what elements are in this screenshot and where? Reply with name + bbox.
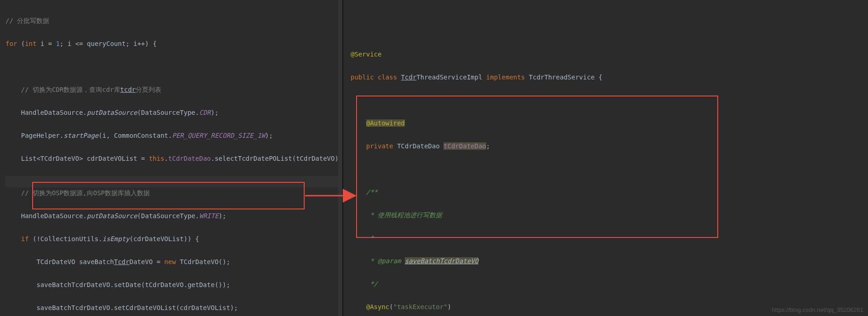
right-code-pane[interactable]: @Service public class TcdrThreadServiceI…: [342, 0, 868, 316]
blank-line: [351, 95, 868, 106]
code-line: // 切换为CDR数据源，查询cdr库tcdr分页列表: [6, 84, 342, 96]
code-line: saveBatchTcdrDateVO.setDate(tCdrDateVO.g…: [6, 279, 342, 291]
splitter[interactable]: [338, 0, 342, 316]
code-line: HandleDataSource.putDataSource(DataSourc…: [6, 210, 342, 222]
code-line: PageHelper.startPage(i, CommonConstant.P…: [6, 130, 342, 141]
blank-line: [6, 61, 342, 73]
watermark: https://blog.csdn.net/qq_35206261: [772, 306, 864, 313]
code-line: * @param saveBatchTcdrDateVO: [351, 255, 868, 267]
code-line: @Service: [351, 49, 868, 60]
comment: // 分批写数据: [6, 17, 49, 24]
code-line: // 切换为OSP数据源,向OSP数据库插入数据: [6, 187, 342, 199]
code-line: public class TcdrThreadServiceImpl imple…: [351, 72, 868, 83]
code-line: *: [351, 232, 868, 244]
code-line: private TCdrDateDao tCdrDateDao;: [351, 141, 868, 152]
code-line: if (!CollectionUtils.isEmpty(cdrDateVOLi…: [6, 233, 342, 245]
cursor-line: [6, 176, 342, 187]
code-line: List<TCdrDateVO> cdrDateVOList = this.tC…: [6, 153, 342, 164]
code-line: /**: [351, 186, 868, 198]
code-line: HandleDataSource.putDataSource(DataSourc…: [6, 107, 342, 118]
code-line: // 分批写数据: [6, 15, 342, 27]
code-line: * 使用线程池进行写数据: [351, 209, 868, 221]
comment: // 切换为CDR数据源，查询cdr库tcdr分页列表: [21, 86, 162, 93]
code-line: TCdrDateVO saveBatchTcdrDateVO = new TCd…: [6, 256, 342, 268]
code-line: saveBatchTcdrDateVO.setCdrDateVOList(cdr…: [6, 302, 342, 314]
code-line: */: [351, 278, 868, 290]
code-line: for (int i = 1; i <= queryCount; i++) {: [6, 38, 342, 50]
code-line: @Autowired: [351, 118, 868, 129]
left-code-pane[interactable]: // 分批写数据 for (int i = 1; i <= queryCount…: [0, 0, 342, 316]
blank-line: [351, 164, 868, 175]
